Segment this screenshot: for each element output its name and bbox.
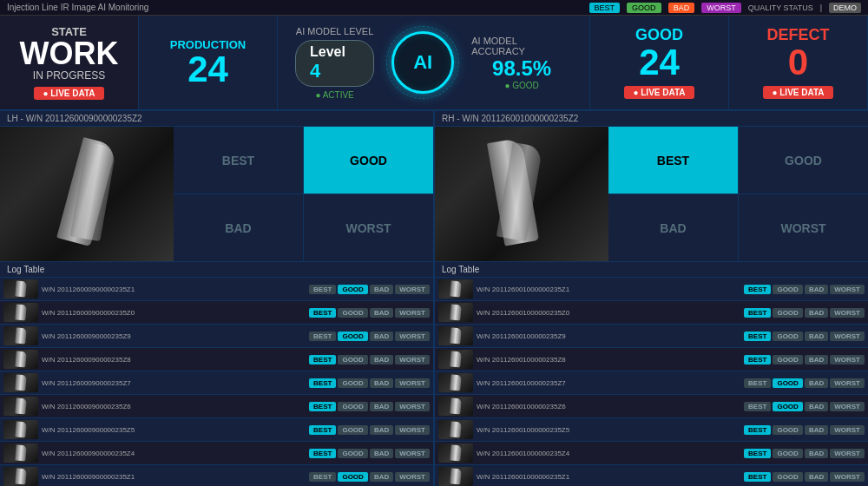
log-bad-button[interactable]: BAD — [805, 308, 828, 318]
ai-model-section: AI MODEL LEVEL Level 4 ● ACTIVE AI AI MO… — [278, 16, 590, 109]
log-worst-button[interactable]: WORST — [830, 308, 865, 318]
log-thumb-blade — [15, 445, 27, 462]
right-worst-cell[interactable]: WORST — [739, 194, 868, 261]
log-good-button[interactable]: GOOD — [773, 332, 802, 341]
log-good-button[interactable]: GOOD — [773, 285, 802, 294]
log-good-button[interactable]: GOOD — [338, 402, 367, 411]
log-bad-button[interactable]: BAD — [370, 425, 393, 435]
log-bad-button[interactable]: BAD — [370, 285, 393, 294]
log-bad-button[interactable]: BAD — [370, 402, 393, 411]
log-good-button[interactable]: GOOD — [338, 449, 367, 458]
log-best-button[interactable]: BEST — [309, 332, 336, 341]
log-worst-button[interactable]: WORST — [830, 449, 865, 458]
log-worst-button[interactable]: WORST — [395, 332, 430, 341]
ai-accuracy-block: AI MODEL ACCURACY 98.5% ● GOOD — [471, 36, 572, 90]
log-best-button[interactable]: BEST — [744, 402, 771, 411]
log-best-button[interactable]: BEST — [744, 378, 771, 388]
good-live-data-button[interactable]: ● LIVE DATA — [624, 86, 694, 99]
log-best-button[interactable]: BEST — [309, 308, 336, 318]
log-bad-button[interactable]: BAD — [805, 425, 828, 435]
log-bad-button[interactable]: BAD — [370, 472, 393, 482]
log-good-button[interactable]: GOOD — [338, 285, 367, 294]
left-worst-cell[interactable]: WORST — [304, 194, 433, 261]
best-filter-button[interactable]: BEST — [589, 3, 621, 13]
left-best-cell[interactable]: BEST — [174, 127, 303, 194]
log-worst-button[interactable]: WORST — [830, 472, 865, 482]
log-action-buttons: BESTGOODBADWORST — [309, 449, 430, 458]
log-best-button[interactable]: BEST — [309, 425, 336, 435]
log-good-button[interactable]: GOOD — [773, 449, 802, 458]
log-best-button[interactable]: BEST — [309, 355, 336, 364]
log-row: W/N 201126000900000235Z4BESTGOODBADWORST — [0, 442, 433, 465]
log-worst-button[interactable]: WORST — [830, 332, 865, 341]
log-best-button[interactable]: BEST — [744, 449, 771, 458]
log-bad-button[interactable]: BAD — [370, 449, 393, 458]
right-best-cell[interactable]: BEST — [608, 127, 738, 194]
right-good-cell[interactable]: GOOD — [739, 127, 868, 194]
log-worst-button[interactable]: WORST — [395, 402, 430, 411]
log-good-button[interactable]: GOOD — [338, 355, 367, 364]
log-worst-button[interactable]: WORST — [395, 472, 430, 482]
log-good-button[interactable]: GOOD — [773, 355, 802, 364]
right-bad-cell[interactable]: BAD — [608, 194, 738, 261]
log-good-button[interactable]: GOOD — [338, 425, 367, 435]
log-best-button[interactable]: BEST — [309, 285, 336, 294]
log-worst-button[interactable]: WORST — [830, 355, 865, 364]
log-best-button[interactable]: BEST — [744, 472, 771, 482]
bad-filter-button[interactable]: BAD — [668, 3, 695, 13]
log-best-button[interactable]: BEST — [744, 355, 771, 364]
log-wn-label: W/N 20112600090000235Z7 — [42, 379, 306, 387]
log-good-button[interactable]: GOOD — [338, 308, 367, 318]
ai-circle: AI — [391, 31, 454, 94]
good-filter-button[interactable]: GOOD — [627, 3, 661, 13]
log-best-button[interactable]: BEST — [744, 285, 771, 294]
log-best-button[interactable]: BEST — [309, 472, 336, 482]
log-bad-button[interactable]: BAD — [805, 402, 828, 411]
log-bad-button[interactable]: BAD — [370, 332, 393, 341]
log-best-button[interactable]: BEST — [309, 378, 336, 388]
log-action-buttons: BESTGOODBADWORST — [744, 308, 865, 318]
log-thumbnail — [438, 373, 473, 392]
log-best-button[interactable]: BEST — [744, 308, 771, 318]
log-good-button[interactable]: GOOD — [338, 332, 367, 341]
log-good-button[interactable]: GOOD — [338, 472, 367, 482]
left-bad-cell[interactable]: BAD — [174, 194, 303, 261]
log-action-buttons: BESTGOODBADWORST — [309, 472, 430, 482]
log-bad-button[interactable]: BAD — [805, 449, 828, 458]
log-bad-button[interactable]: BAD — [370, 355, 393, 364]
log-worst-button[interactable]: WORST — [395, 355, 430, 364]
log-worst-button[interactable]: WORST — [830, 402, 865, 411]
production-value: 24 — [187, 51, 228, 88]
log-bad-button[interactable]: BAD — [805, 355, 828, 364]
good-value: 24 — [639, 44, 680, 81]
log-best-button[interactable]: BEST — [309, 402, 336, 411]
left-good-cell[interactable]: GOOD — [304, 127, 433, 194]
log-worst-button[interactable]: WORST — [830, 425, 865, 435]
log-worst-button[interactable]: WORST — [395, 378, 430, 388]
log-worst-button[interactable]: WORST — [395, 285, 430, 294]
ai-level-num: 4 — [310, 60, 320, 82]
log-good-button[interactable]: GOOD — [773, 472, 802, 482]
log-best-button[interactable]: BEST — [309, 449, 336, 458]
log-good-button[interactable]: GOOD — [773, 378, 802, 388]
defect-live-data-button[interactable]: ● LIVE DATA — [763, 86, 832, 99]
log-worst-button[interactable]: WORST — [830, 285, 865, 294]
log-worst-button[interactable]: WORST — [395, 308, 430, 318]
log-bad-button[interactable]: BAD — [805, 472, 828, 482]
log-good-button[interactable]: GOOD — [773, 402, 802, 411]
log-bad-button[interactable]: BAD — [805, 378, 828, 388]
log-bad-button[interactable]: BAD — [370, 308, 393, 318]
log-good-button[interactable]: GOOD — [773, 308, 802, 318]
log-bad-button[interactable]: BAD — [805, 285, 828, 294]
log-good-button[interactable]: GOOD — [338, 378, 367, 388]
state-live-data-button[interactable]: ● LIVE DATA — [34, 87, 103, 100]
log-worst-button[interactable]: WORST — [395, 449, 430, 458]
log-bad-button[interactable]: BAD — [805, 332, 828, 341]
log-worst-button[interactable]: WORST — [395, 425, 430, 435]
log-best-button[interactable]: BEST — [744, 425, 771, 435]
log-best-button[interactable]: BEST — [744, 332, 771, 341]
log-bad-button[interactable]: BAD — [370, 378, 393, 388]
log-good-button[interactable]: GOOD — [773, 425, 802, 435]
worst-filter-button[interactable]: WORST — [701, 3, 741, 13]
log-worst-button[interactable]: WORST — [830, 378, 865, 388]
